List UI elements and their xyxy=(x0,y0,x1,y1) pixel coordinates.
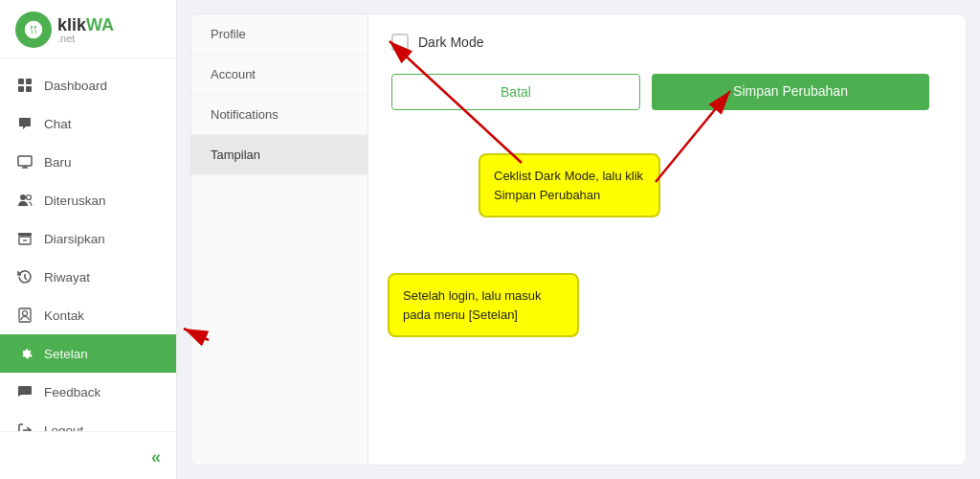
settings-icon xyxy=(15,344,34,363)
history-icon xyxy=(15,267,34,286)
dark-mode-row: Dark Mode xyxy=(391,34,943,51)
sidebar-item-label: Setelan xyxy=(44,347,88,361)
app-container: W klikWA .net xyxy=(0,0,980,479)
action-buttons: Batal Simpan Perubahan xyxy=(391,74,943,110)
sidebar-footer: « xyxy=(0,431,176,479)
svg-rect-6 xyxy=(18,156,32,166)
sidebar-item-label: Kontak xyxy=(44,308,84,323)
batal-button[interactable]: Batal xyxy=(391,74,640,110)
sidebar-item-diteruskan[interactable]: Diteruskan xyxy=(0,181,176,219)
svg-rect-2 xyxy=(18,79,24,84)
dark-mode-checkbox[interactable] xyxy=(391,34,409,51)
sidebar-item-setelan[interactable]: Setelan xyxy=(0,334,176,373)
monitor-icon xyxy=(15,152,34,171)
svg-point-12 xyxy=(23,311,28,316)
sidebar-item-riwayat[interactable]: Riwayat xyxy=(0,258,176,296)
sidebar-item-label: Chat xyxy=(44,117,72,131)
dark-mode-label: Dark Mode xyxy=(418,34,483,50)
users-icon xyxy=(15,191,34,210)
svg-rect-5 xyxy=(26,86,32,92)
chat-icon xyxy=(15,114,34,133)
svg-point-7 xyxy=(20,194,26,200)
logo-icon: W xyxy=(15,11,52,48)
simpan-button[interactable]: Simpan Perubahan xyxy=(652,74,929,110)
sidebar-item-label: Baru xyxy=(44,155,72,170)
svg-rect-3 xyxy=(26,79,32,84)
sidebar-item-label: Riwayat xyxy=(44,270,90,285)
settings-layout: Profile Account Notifications Tampilan D… xyxy=(191,14,966,465)
sidebar-nav: Dashboard Chat Baru xyxy=(0,58,176,431)
tooltip-setelan: Setelah login, lalu masuk pada menu [Set… xyxy=(388,273,579,337)
sidebar-item-baru[interactable]: Baru xyxy=(0,143,176,181)
settings-nav-account[interactable]: Account xyxy=(191,55,368,95)
sidebar-item-chat[interactable]: Chat xyxy=(0,104,176,143)
sidebar-collapse: « xyxy=(0,440,176,468)
collapse-button[interactable]: « xyxy=(151,447,161,468)
grid-icon xyxy=(15,76,34,95)
svg-rect-9 xyxy=(18,233,32,236)
feedback-icon xyxy=(15,382,34,401)
sidebar-item-label: Logout xyxy=(44,423,83,432)
settings-content-area: Dark Mode Batal Simpan Perubahan Ceklist… xyxy=(368,14,966,465)
sidebar: W klikWA .net xyxy=(0,0,177,479)
settings-sidebar: Profile Account Notifications Tampilan xyxy=(191,14,368,465)
sidebar-item-label: Feedback xyxy=(44,385,100,399)
sidebar-item-kontak[interactable]: Kontak xyxy=(0,296,176,334)
logo-text: klikWA .net xyxy=(57,15,114,44)
sidebar-item-logout[interactable]: Logout xyxy=(0,411,176,431)
tooltip-dark-mode: Ceklist Dark Mode, lalu klik Simpan Peru… xyxy=(479,153,660,217)
sidebar-item-dashboard[interactable]: Dashboard xyxy=(0,66,176,104)
sidebar-item-label: Diteruskan xyxy=(44,194,106,208)
main-content: Profile Account Notifications Tampilan D… xyxy=(190,13,967,466)
logout-icon xyxy=(15,421,34,431)
sidebar-item-diarsipkan[interactable]: Diarsipkan xyxy=(0,219,176,258)
sidebar-item-feedback[interactable]: Feedback xyxy=(0,373,176,411)
settings-nav-profile[interactable]: Profile xyxy=(191,14,368,55)
svg-point-8 xyxy=(27,195,32,200)
svg-text:W: W xyxy=(29,26,37,35)
logo-area: W klikWA .net xyxy=(0,0,176,58)
sidebar-item-label: Diarsipkan xyxy=(44,232,105,246)
svg-rect-4 xyxy=(18,86,24,92)
sidebar-item-label: Dashboard xyxy=(44,79,107,93)
settings-nav-tampilan[interactable]: Tampilan xyxy=(191,135,368,175)
contacts-icon xyxy=(15,306,34,325)
settings-nav-notifications[interactable]: Notifications xyxy=(191,95,368,135)
archive-icon xyxy=(15,229,34,248)
